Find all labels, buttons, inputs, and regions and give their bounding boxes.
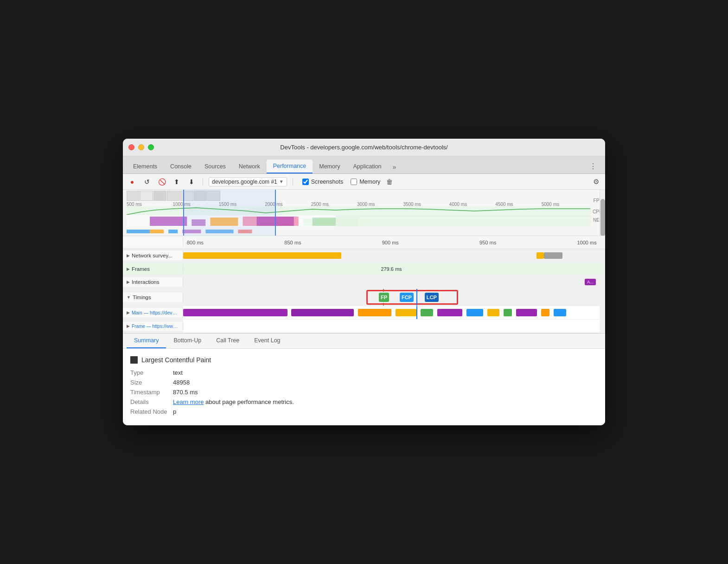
timings-track-content[interactable]: FP FCP LCP	[183, 289, 600, 306]
url-text: developers.google.com #1	[212, 179, 277, 185]
reload-button[interactable]: ↺	[141, 176, 153, 187]
frames-track-label[interactable]: ▶ Frames	[123, 264, 183, 274]
url-selector[interactable]: developers.google.com #1 ▼	[209, 177, 287, 186]
download-button[interactable]: ⬇	[186, 176, 197, 187]
upload-button[interactable]: ⬆	[171, 176, 182, 187]
bottom-panel: Summary Bottom-Up Call Tree Event Log La…	[123, 333, 605, 425]
main-track-content[interactable]	[183, 306, 600, 319]
tab-more[interactable]: »	[388, 160, 401, 173]
network-track-content[interactable]	[183, 249, 600, 262]
cursor-line-main	[416, 306, 417, 319]
timeline-selection[interactable]	[183, 190, 276, 236]
ruler-label-area	[123, 238, 183, 247]
window-title: DevTools - developers.google.com/web/too…	[280, 144, 447, 151]
scrollbar-thumb[interactable]	[600, 199, 605, 236]
main-bar-10	[516, 309, 537, 316]
tab-console[interactable]: Console	[164, 160, 198, 173]
main-bar-5	[421, 309, 433, 316]
frame-track-content[interactable]	[183, 320, 600, 333]
time-tick-4: 1000 ms	[577, 240, 596, 245]
timings-track: ▼ Timings FP FCP LCP	[123, 289, 605, 306]
size-row: Size 48958	[130, 379, 598, 386]
traffic-lights	[128, 144, 154, 150]
record-button[interactable]: ●	[127, 176, 138, 187]
main-track: ▶ Main — https://developers.google.com/w…	[123, 306, 605, 320]
close-button[interactable]	[128, 144, 134, 150]
detail-time-ruler: 800 ms 850 ms 900 ms 950 ms 1000 ms	[123, 236, 605, 249]
timeline-overview[interactable]: 500 ms 1000 ms 1500 ms 2000 ms 2500 ms 3…	[123, 190, 605, 236]
frames-track-content[interactable]: 279.6 ms	[183, 266, 600, 272]
minimize-button[interactable]	[138, 144, 144, 150]
maximize-button[interactable]	[148, 144, 154, 150]
details-content: Learn more about page performance metric…	[173, 398, 294, 405]
memory-label: Memory	[359, 179, 380, 185]
screenshot-thumb	[127, 191, 140, 201]
clear-button[interactable]: 🗑	[384, 176, 395, 187]
tab-performance[interactable]: Performance	[267, 160, 313, 173]
main-bar-8	[487, 309, 500, 316]
lcp-title: Largest Contentful Paint	[141, 356, 211, 364]
fp-label: FP	[381, 295, 387, 300]
network-bar-small-2	[544, 252, 562, 259]
main-bar-7	[466, 309, 483, 316]
timings-track-label[interactable]: ▼ Timings	[123, 293, 183, 302]
timestamp-value: 870.5 ms	[173, 389, 198, 396]
screenshot-thumb	[153, 191, 166, 201]
network-bar-main	[183, 252, 341, 259]
main-bar-2	[291, 309, 354, 316]
network-track-name: Network survey...	[132, 253, 172, 258]
memory-checkbox-group: Memory	[351, 179, 380, 185]
main-bar-12	[554, 309, 566, 316]
tab-sources[interactable]: Sources	[198, 160, 232, 173]
timeline-scrollbar[interactable]	[600, 190, 605, 236]
tab-elements[interactable]: Elements	[127, 160, 164, 173]
lcp-marker[interactable]: LCP	[425, 293, 439, 302]
tab-summary[interactable]: Summary	[127, 333, 166, 348]
interactions-track: ▶ Interactions A...	[123, 276, 605, 289]
fp-marker[interactable]: FP	[379, 293, 389, 302]
settings-icon[interactable]: ⚙	[590, 176, 601, 187]
screenshots-checkbox[interactable]	[302, 179, 309, 185]
main-bar-6	[437, 309, 462, 316]
devtools-menu-icon[interactable]: ⋮	[585, 159, 601, 173]
time-tick-3: 950 ms	[479, 240, 496, 245]
related-node-label: Related Node	[130, 408, 167, 415]
memory-checkbox[interactable]	[351, 179, 357, 185]
toolbar-divider-2	[293, 178, 293, 186]
timings-arrow-icon: ▼	[127, 295, 131, 300]
network-track: ▶ Network survey...	[123, 249, 605, 263]
main-track-name: Main — https://developers.google.com/web…	[132, 310, 179, 315]
cancel-button[interactable]: 🚫	[156, 176, 167, 187]
tab-event-log[interactable]: Event Log	[247, 333, 287, 348]
svg-rect-12	[127, 230, 150, 233]
performance-toolbar: ● ↺ 🚫 ⬆ ⬇ developers.google.com #1 ▼ Scr…	[123, 174, 605, 190]
svg-rect-2	[150, 217, 187, 226]
frames-duration: 279.6 ms	[381, 266, 402, 272]
learn-more-link[interactable]: Learn more	[173, 398, 204, 405]
screenshots-checkbox-group: Screenshots	[302, 179, 343, 185]
tab-memory[interactable]: Memory	[313, 160, 346, 173]
interactions-track-content[interactable]: A...	[183, 276, 600, 288]
type-row: Type text	[130, 369, 598, 376]
tab-application[interactable]: Application	[346, 160, 388, 173]
fcp-marker[interactable]: FCP	[400, 293, 414, 302]
interactions-arrow-icon: ▶	[127, 280, 130, 284]
frame-track-name: Frame — https://www.youtube.com/embed/G_…	[132, 324, 179, 329]
interactions-track-label[interactable]: ▶ Interactions	[123, 277, 183, 287]
tab-bottom-up[interactable]: Bottom-Up	[166, 333, 209, 348]
devtools-window: DevTools - developers.google.com/web/too…	[123, 139, 605, 425]
main-track-label[interactable]: ▶ Main — https://developers.google.com/w…	[123, 308, 183, 317]
svg-rect-9	[336, 216, 591, 227]
network-track-label[interactable]: ▶ Network survey...	[123, 251, 183, 260]
main-arrow-icon: ▶	[127, 310, 130, 315]
time-tick-0: 800 ms	[187, 240, 204, 245]
frame-track-label[interactable]: ▶ Frame — https://www.youtube.com/embed/…	[123, 322, 183, 331]
tab-network[interactable]: Network	[232, 160, 267, 173]
size-value: 48958	[173, 379, 190, 386]
main-bar-11	[541, 309, 549, 316]
tab-call-tree[interactable]: Call Tree	[209, 333, 247, 348]
network-arrow-icon: ▶	[127, 253, 130, 258]
frame-track: ▶ Frame — https://www.youtube.com/embed/…	[123, 320, 605, 333]
frame-arrow-icon: ▶	[127, 324, 130, 328]
lcp-header: Largest Contentful Paint	[130, 356, 598, 364]
